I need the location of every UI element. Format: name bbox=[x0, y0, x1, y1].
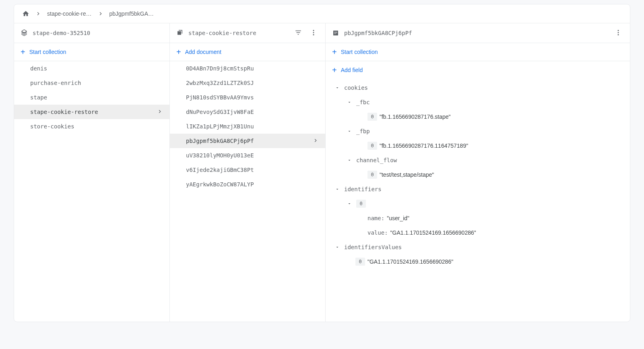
start-collection-label: Start collection bbox=[29, 49, 66, 55]
collection-list-item[interactable]: stape bbox=[14, 90, 169, 105]
array-index-chip: 0 bbox=[367, 171, 377, 179]
document-icon bbox=[332, 29, 339, 37]
details-title: pbJgpmf5bkGA8CPj6pPf bbox=[344, 30, 608, 36]
tree-node-cookies[interactable]: cookies bbox=[329, 81, 627, 95]
tree-value: "user_id" bbox=[387, 215, 409, 221]
caret-down-icon[interactable] bbox=[346, 128, 353, 135]
document-list-item[interactable]: yAEgrkwkBoZoCW87ALYP bbox=[170, 177, 325, 192]
tree-value: "fb.1.1656690287176.1164757189" bbox=[380, 142, 468, 149]
tree-key: value: bbox=[367, 229, 388, 236]
svg-point-2 bbox=[313, 34, 314, 35]
tree-key: cookies bbox=[344, 85, 368, 91]
array-index-chip: 0 bbox=[356, 200, 366, 208]
tree-value-identifiers-values-0[interactable]: 0 "GA1.1.1701524169.1656690286" bbox=[329, 254, 627, 269]
breadcrumb: stape-cookie-re… pbJgpmf5bkGA… bbox=[14, 4, 630, 23]
documents-panel: stape-cookie-restore + Add document 0D4A… bbox=[170, 23, 326, 322]
plus-icon: + bbox=[21, 48, 25, 56]
tree-key: _fbc bbox=[356, 99, 370, 105]
list-item-label: dNuPevoySdG3IjvW8FaE bbox=[186, 109, 254, 115]
tree-node-channel-flow[interactable]: channel_flow bbox=[329, 153, 627, 167]
tree-value: "fb.1.1656690287176.stape" bbox=[380, 114, 451, 120]
chevron-right-icon bbox=[312, 137, 319, 145]
breadcrumb-item[interactable]: pbJgpmf5bkGA… bbox=[109, 10, 154, 17]
tree-value-fbp-0[interactable]: 0 "fb.1.1656690287176.1164757189" bbox=[329, 138, 627, 153]
tree-value: "GA1.1.1701524169.1656690286" bbox=[390, 229, 476, 236]
tree-key: name: bbox=[367, 215, 384, 221]
tree-node-identifiers-values[interactable]: identifiersValues bbox=[329, 240, 627, 254]
collection-list-item[interactable]: denis bbox=[14, 61, 169, 76]
caret-down-icon[interactable] bbox=[346, 200, 353, 207]
collection-icon bbox=[176, 29, 184, 37]
document-list-item[interactable]: PjN810sdSYBBvAA9Ymvs bbox=[170, 90, 325, 105]
caret-down-icon[interactable] bbox=[346, 157, 353, 164]
list-item-label: pbJgpmf5bkGA8CPj6pPf bbox=[186, 138, 254, 144]
list-item-label: v6Ijede2kajiGBmC38Pt bbox=[186, 167, 254, 173]
tree-value-identifiers-name[interactable]: name: "user_id" bbox=[329, 211, 627, 225]
tree-key: _fbp bbox=[356, 128, 370, 134]
add-document-button[interactable]: + Add document bbox=[170, 43, 325, 61]
collections-title: stape-demo-352510 bbox=[33, 30, 163, 36]
documents-header: stape-cookie-restore bbox=[170, 23, 325, 43]
tree-node-fbc[interactable]: _fbc bbox=[329, 95, 627, 109]
caret-down-icon[interactable] bbox=[334, 84, 341, 91]
list-item-label: stape-cookie-restore bbox=[30, 109, 98, 115]
database-icon bbox=[21, 29, 28, 37]
caret-down-icon[interactable] bbox=[334, 186, 341, 193]
tree-node-fbp[interactable]: _fbp bbox=[329, 124, 627, 138]
document-list-item[interactable]: 0D4ABn7Dn9j8cmStspRu bbox=[170, 61, 325, 76]
document-list-item[interactable]: pbJgpmf5bkGA8CPj6pPf bbox=[170, 134, 325, 148]
collections-header: stape-demo-352510 bbox=[14, 23, 169, 43]
list-item-label: yAEgrkwkBoZoCW87ALYP bbox=[186, 181, 254, 188]
more-vert-icon[interactable] bbox=[613, 27, 623, 39]
home-icon[interactable] bbox=[22, 10, 29, 17]
documents-title: stape-cookie-restore bbox=[188, 30, 288, 36]
field-tree: cookies _fbc 0 "fb.1.1656690287176.stape… bbox=[326, 79, 630, 322]
list-item-label: uV38210lyMOH0yU013eE bbox=[186, 152, 254, 159]
svg-point-0 bbox=[313, 30, 314, 31]
filter-icon[interactable] bbox=[293, 27, 303, 39]
tree-node-identifiers[interactable]: identifiers bbox=[329, 182, 627, 196]
tree-key: identifiersValues bbox=[344, 244, 402, 250]
chevron-right-icon bbox=[35, 10, 41, 17]
collection-list-item[interactable]: stape-cookie-restore bbox=[14, 105, 169, 119]
caret-down-icon[interactable] bbox=[334, 244, 341, 251]
tree-value: "test/test,stape/stape" bbox=[380, 171, 434, 178]
add-field-label: Add field bbox=[341, 67, 363, 73]
tree-value-fbc-0[interactable]: 0 "fb.1.1656690287176.stape" bbox=[329, 109, 627, 124]
document-list-item[interactable]: v6Ijede2kajiGBmC38Pt bbox=[170, 163, 325, 177]
svg-point-3 bbox=[618, 30, 619, 31]
tree-key: channel_flow bbox=[356, 157, 397, 163]
tree-key: identifiers bbox=[344, 186, 382, 192]
details-header: pbJgpmf5bkGA8CPj6pPf bbox=[326, 23, 630, 43]
start-collection-label: Start collection bbox=[341, 49, 378, 55]
list-item-label: 2wbzMxq3Zzd1LZTZk0SJ bbox=[186, 80, 254, 86]
start-collection-button[interactable]: + Start collection bbox=[326, 43, 630, 61]
tree-node-identifiers-0[interactable]: 0 bbox=[329, 196, 627, 211]
document-list-item[interactable]: uV38210lyMOH0yU013eE bbox=[170, 148, 325, 163]
document-list-item[interactable]: 2wbzMxq3Zzd1LZTZk0SJ bbox=[170, 76, 325, 90]
list-item-label: lIKZa1pLPjMmzjXB1Unu bbox=[186, 123, 254, 130]
list-item-label: stape bbox=[30, 94, 47, 101]
breadcrumb-item[interactable]: stape-cookie-re… bbox=[47, 10, 92, 17]
caret-down-icon[interactable] bbox=[346, 99, 353, 106]
add-document-label: Add document bbox=[185, 49, 221, 55]
collection-list-item[interactable]: store-cookies bbox=[14, 119, 169, 134]
more-vert-icon[interactable] bbox=[308, 27, 319, 39]
tree-value-channel-flow-0[interactable]: 0 "test/test,stape/stape" bbox=[329, 167, 627, 182]
plus-icon: + bbox=[332, 48, 337, 56]
plus-icon: + bbox=[332, 66, 337, 74]
details-panel: pbJgpmf5bkGA8CPj6pPf + Start collection … bbox=[326, 23, 630, 322]
svg-point-4 bbox=[618, 32, 619, 33]
document-list-item[interactable]: dNuPevoySdG3IjvW8FaE bbox=[170, 105, 325, 119]
add-field-button[interactable]: + Add field bbox=[326, 61, 630, 79]
collection-list-item[interactable]: purchase-enrich bbox=[14, 76, 169, 90]
svg-point-1 bbox=[313, 32, 314, 33]
chevron-right-icon bbox=[157, 108, 163, 116]
collections-panel: stape-demo-352510 + Start collection den… bbox=[14, 23, 170, 322]
start-collection-button[interactable]: + Start collection bbox=[14, 43, 169, 61]
chevron-right-icon bbox=[97, 10, 104, 17]
tree-value-identifiers-value[interactable]: value: "GA1.1.1701524169.1656690286" bbox=[329, 225, 627, 240]
array-index-chip: 0 bbox=[355, 258, 365, 266]
documents-list: 0D4ABn7Dn9j8cmStspRu2wbzMxq3Zzd1LZTZk0SJ… bbox=[170, 61, 325, 322]
document-list-item[interactable]: lIKZa1pLPjMmzjXB1Unu bbox=[170, 119, 325, 134]
